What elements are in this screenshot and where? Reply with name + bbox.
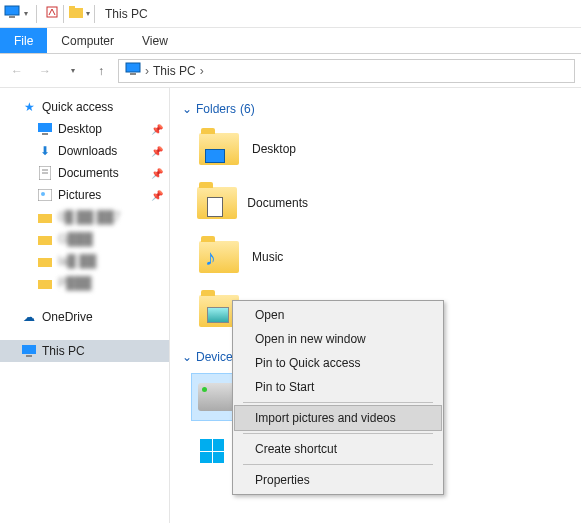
sidebar-onedrive[interactable]: ☁ OneDrive bbox=[0, 306, 169, 328]
folder-desktop[interactable]: Desktop bbox=[192, 126, 402, 172]
svg-rect-1 bbox=[9, 16, 15, 18]
sidebar-subfolder[interactable]: G███ bbox=[0, 228, 169, 250]
menu-properties[interactable]: Properties bbox=[235, 468, 441, 492]
pc-icon bbox=[4, 4, 20, 23]
back-button[interactable]: ← bbox=[6, 60, 28, 82]
section-folders-header[interactable]: ⌄ Folders (6) bbox=[182, 102, 573, 116]
sidebar-subfolder[interactable]: P███ bbox=[0, 272, 169, 294]
svg-rect-19 bbox=[26, 355, 32, 357]
svg-rect-5 bbox=[126, 63, 140, 72]
svg-rect-8 bbox=[42, 133, 48, 135]
svg-rect-16 bbox=[38, 258, 52, 267]
sidebar-pictures[interactable]: Pictures 📌 bbox=[0, 184, 169, 206]
menu-open-new-window[interactable]: Open in new window bbox=[235, 327, 441, 351]
folder-icon bbox=[36, 212, 54, 223]
section-count: (6) bbox=[240, 102, 255, 116]
sidebar-downloads[interactable]: ⬇ Downloads 📌 bbox=[0, 140, 169, 162]
title-dropdown-icon[interactable]: ▾ bbox=[86, 9, 90, 18]
folder-documents[interactable]: Documents bbox=[192, 180, 312, 226]
folder-music-icon: ♪ bbox=[196, 237, 242, 277]
folder-label: Music bbox=[252, 250, 283, 264]
folder-documents-icon bbox=[196, 183, 237, 223]
sidebar-subfolder[interactable]: 0█ ██ ██7 bbox=[0, 206, 169, 228]
svg-rect-18 bbox=[22, 345, 36, 354]
folder-label: Desktop bbox=[252, 142, 296, 156]
svg-rect-15 bbox=[38, 236, 52, 245]
sidebar-item-label: 0█ ██ ██7 bbox=[58, 210, 121, 224]
sidebar-quick-access[interactable]: ★ Quick access bbox=[0, 96, 169, 118]
forward-button[interactable]: → bbox=[34, 60, 56, 82]
menu-pin-start[interactable]: Pin to Start bbox=[235, 375, 441, 399]
menu-separator bbox=[243, 433, 433, 434]
windows-drive-icon bbox=[196, 431, 228, 471]
title-bar: ▾ ▾ This PC bbox=[0, 0, 581, 28]
menu-import-pictures[interactable]: Import pictures and videos bbox=[235, 406, 441, 430]
menu-open[interactable]: Open bbox=[235, 303, 441, 327]
nav-sidebar: ★ Quick access Desktop 📌 ⬇ Downloads 📌 D… bbox=[0, 88, 170, 523]
sidebar-documents[interactable]: Documents 📌 bbox=[0, 162, 169, 184]
sidebar-item-label: Pictures bbox=[58, 188, 101, 202]
breadcrumb-root[interactable]: This PC bbox=[153, 64, 196, 78]
pin-icon: 📌 bbox=[151, 124, 163, 135]
sidebar-item-label: Downloads bbox=[58, 144, 117, 158]
sidebar-subfolder[interactable]: la█ ██ bbox=[0, 250, 169, 272]
menu-create-shortcut[interactable]: Create shortcut bbox=[235, 437, 441, 461]
sidebar-item-label: This PC bbox=[42, 344, 85, 358]
tab-file[interactable]: File bbox=[0, 28, 47, 53]
ribbon-tabs: File Computer View bbox=[0, 28, 581, 54]
tab-view[interactable]: View bbox=[128, 28, 182, 53]
navigation-bar: ← → ▾ ↑ › This PC › bbox=[0, 54, 581, 88]
section-label: Folders bbox=[196, 102, 236, 116]
pin-icon: 📌 bbox=[151, 190, 163, 201]
chevron-right-icon[interactable]: › bbox=[145, 64, 149, 78]
tab-computer[interactable]: Computer bbox=[47, 28, 128, 53]
address-bar[interactable]: › This PC › bbox=[118, 59, 575, 83]
menu-separator bbox=[243, 464, 433, 465]
folder-icon bbox=[68, 5, 84, 22]
sidebar-item-label: P███ bbox=[58, 276, 92, 290]
document-icon bbox=[36, 166, 54, 180]
svg-rect-14 bbox=[38, 214, 52, 223]
svg-rect-6 bbox=[130, 73, 136, 75]
sidebar-item-label: la█ ██ bbox=[58, 254, 96, 268]
chevron-down-icon: ⌄ bbox=[182, 350, 192, 364]
folder-desktop-icon bbox=[196, 129, 242, 169]
svg-rect-3 bbox=[69, 8, 83, 18]
context-menu: Open Open in new window Pin to Quick acc… bbox=[232, 300, 444, 495]
qat-dropdown-icon[interactable]: ▾ bbox=[24, 9, 28, 18]
chevron-right-icon[interactable]: › bbox=[200, 64, 204, 78]
svg-rect-17 bbox=[38, 280, 52, 289]
sidebar-item-label: Documents bbox=[58, 166, 119, 180]
sidebar-item-label: OneDrive bbox=[42, 310, 93, 324]
window-title: This PC bbox=[105, 7, 148, 21]
chevron-down-icon: ⌄ bbox=[182, 102, 192, 116]
sidebar-item-label: Desktop bbox=[58, 122, 102, 136]
pin-icon: 📌 bbox=[151, 146, 163, 157]
recent-dropdown-icon[interactable]: ▾ bbox=[62, 60, 84, 82]
sidebar-this-pc[interactable]: This PC bbox=[0, 340, 169, 362]
download-icon: ⬇ bbox=[36, 144, 54, 158]
pin-icon: 📌 bbox=[151, 168, 163, 179]
separator bbox=[63, 5, 64, 23]
menu-pin-quick-access[interactable]: Pin to Quick access bbox=[235, 351, 441, 375]
separator bbox=[36, 5, 37, 23]
sidebar-item-label: G███ bbox=[58, 232, 93, 246]
star-icon: ★ bbox=[20, 100, 38, 114]
svg-rect-4 bbox=[69, 6, 75, 9]
svg-rect-7 bbox=[38, 123, 52, 132]
pc-icon bbox=[125, 61, 141, 80]
picture-icon bbox=[36, 189, 54, 201]
properties-icon[interactable] bbox=[45, 5, 59, 22]
desktop-icon bbox=[36, 123, 54, 135]
up-button[interactable]: ↑ bbox=[90, 60, 112, 82]
cloud-icon: ☁ bbox=[20, 310, 38, 324]
svg-rect-0 bbox=[5, 6, 19, 15]
quick-access-toolbar: ▾ bbox=[4, 4, 59, 23]
folder-music[interactable]: ♪ Music bbox=[192, 234, 402, 280]
menu-separator bbox=[243, 402, 433, 403]
folder-icon bbox=[36, 278, 54, 289]
folder-icon bbox=[36, 234, 54, 245]
pc-icon bbox=[20, 345, 38, 357]
folder-label: Documents bbox=[247, 196, 308, 210]
sidebar-desktop[interactable]: Desktop 📌 bbox=[0, 118, 169, 140]
